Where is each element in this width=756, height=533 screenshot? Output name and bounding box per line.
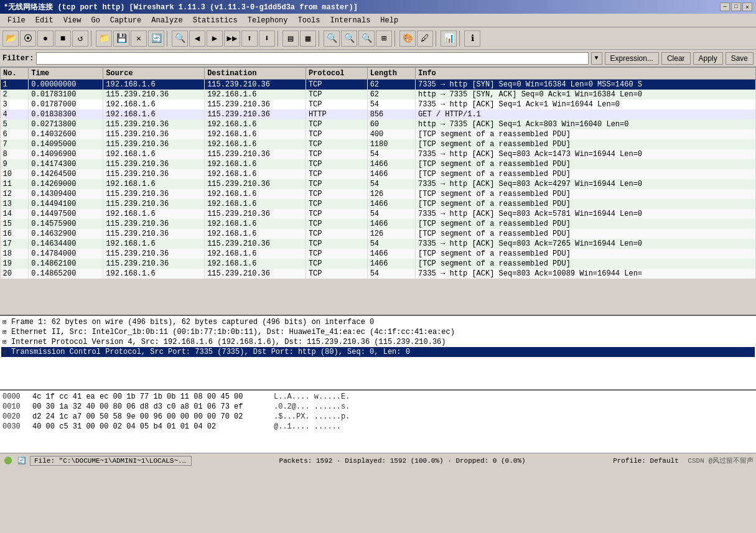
save-btn[interactable]: 💾 [113, 30, 129, 47]
menu-item-internals[interactable]: Internals [325, 15, 376, 26]
hex-row: 00004c 1f cc 41 ea ec 00 1b 77 1b 0b 11 … [2, 392, 754, 402]
detail-row[interactable]: ⊞Frame 1: 62 bytes on wire (496 bits), 6… [1, 317, 755, 327]
zoom-in-btn[interactable]: 🔍 [324, 30, 340, 47]
table-row[interactable]: 130.14494100115.239.210.36192.168.1.6TCP… [1, 199, 756, 209]
table-cell: 192.168.1.6 [103, 179, 205, 189]
table-row[interactable]: 180.14784000115.239.210.36192.168.1.6TCP… [1, 249, 756, 259]
table-cell: 192.168.1.6 [205, 259, 306, 269]
info-btn[interactable]: ℹ [464, 30, 480, 47]
next-btn[interactable]: ▶ [207, 30, 223, 47]
apply-button[interactable]: Apply [693, 52, 723, 65]
table-row[interactable]: 80.14096900192.168.1.6115.239.210.36TCP5… [1, 149, 756, 159]
table-cell: 0.01838300 [29, 109, 103, 119]
close-button[interactable]: ✕ [742, 2, 752, 11]
detail-row[interactable]: ⊞Ethernet II, Src: IntelCor_1b:0b:11 (00… [1, 327, 755, 337]
expression-button[interactable]: Expression... [605, 52, 659, 65]
menu-item-capture[interactable]: Capture [105, 15, 146, 26]
table-row[interactable]: 90.14174300115.239.210.36192.168.1.6TCP1… [1, 159, 756, 169]
first-pkt-btn[interactable]: ⬆ [241, 30, 258, 47]
table-cell: 20 [1, 269, 29, 279]
save-button[interactable]: Save [726, 52, 754, 65]
table-cell: 54 [367, 149, 415, 159]
table-cell: 0.14096900 [29, 149, 103, 159]
maximize-button[interactable]: □ [731, 2, 741, 11]
table-row[interactable]: 170.14634400192.168.1.6115.239.210.36TCP… [1, 239, 756, 249]
table-cell: 115.239.210.36 [205, 100, 306, 109]
table-cell: 1180 [367, 139, 415, 149]
table-cell: 192.168.1.6 [205, 159, 306, 169]
prev-btn[interactable]: ◀ [189, 30, 205, 47]
menu-item-statistics[interactable]: Statistics [188, 15, 243, 26]
minimize-button[interactable]: ─ [720, 2, 730, 11]
table-row[interactable]: 70.14095000115.239.210.36192.168.1.6TCP1… [1, 139, 756, 149]
list-pane-btn[interactable]: ▤ [282, 30, 299, 47]
capture-start-btn[interactable]: ● [37, 30, 54, 47]
graph-btn[interactable]: 📊 [441, 30, 457, 47]
zoom-out-btn[interactable]: 🔍 [341, 30, 357, 47]
packet-list-container[interactable]: No. Time Source Destination Protocol Len… [0, 67, 756, 316]
table-row[interactable]: 40.01838300192.168.1.6115.239.210.36HTTP… [1, 109, 756, 119]
table-row[interactable]: 10.00000000192.168.1.6115.239.210.36TCP6… [1, 80, 756, 90]
table-cell: 7 [1, 139, 29, 149]
open-btn[interactable]: 📁 [96, 30, 112, 47]
filter-input[interactable] [36, 52, 588, 65]
zoom-fit-btn[interactable]: 🔍 [358, 30, 375, 47]
hex-bytes: 40 00 c5 31 00 00 02 04 05 b4 01 01 04 0… [32, 422, 269, 431]
table-cell: [TCP segment of a reassembled PDU] [416, 199, 756, 209]
colorize-btn[interactable]: 🎨 [399, 30, 416, 47]
table-row[interactable]: 150.14575900115.239.210.36192.168.1.6TCP… [1, 219, 756, 229]
close-capture-btn[interactable]: ✕ [131, 30, 147, 47]
table-row[interactable]: 140.14497500192.168.1.6115.239.210.36TCP… [1, 209, 756, 219]
table-row[interactable]: 30.01787000192.168.1.6115.239.210.36TCP5… [1, 100, 756, 109]
capture-interfaces-btn[interactable]: ⦿ [20, 30, 36, 47]
reload-btn[interactable]: 🔄 [148, 30, 164, 47]
menu-item-help[interactable]: Help [375, 15, 403, 26]
table-row[interactable]: 190.14862100115.239.210.36192.168.1.6TCP… [1, 259, 756, 269]
filter-dropdown-button[interactable]: ▼ [591, 52, 602, 65]
table-cell: 13 [1, 199, 29, 209]
goto-btn[interactable]: ▶▶ [224, 30, 240, 47]
edit-color-btn[interactable]: 🖊 [417, 30, 433, 47]
table-row[interactable]: 200.14865200192.168.1.6115.239.210.36TCP… [1, 269, 756, 279]
menu-item-telephony[interactable]: Telephony [243, 15, 293, 26]
menu-item-view[interactable]: View [58, 15, 86, 26]
detail-expand-icon: ⊞ [2, 328, 11, 336]
zoom-toggle-btn[interactable]: ⊞ [376, 30, 392, 47]
table-cell: 7335 → http [ACK] Seq=1 Ack=1 Win=16944 … [416, 100, 756, 109]
table-row[interactable]: 20.01783100115.239.210.36192.168.1.6TCP6… [1, 90, 756, 100]
status-icon-1: 🟢 [2, 455, 14, 466]
hex-dump[interactable]: 00004c 1f cc 41 ea ec 00 1b 77 1b 0b 11 … [0, 391, 756, 453]
detail-row[interactable]: ⊞Transmission Control Protocol, Src Port… [1, 347, 755, 357]
table-cell: 7335 → http [ACK] Seq=803 Ack=10089 Win=… [416, 269, 756, 279]
menu-item-file[interactable]: File [2, 15, 30, 26]
table-cell: 1466 [367, 259, 415, 269]
menu-item-edit[interactable]: Edit [30, 15, 58, 26]
detail-pane-btn[interactable]: ▦ [300, 30, 316, 47]
detail-text: Internet Protocol Version 4, Src: 192.16… [11, 338, 754, 346]
table-cell: 0.14494100 [29, 199, 103, 209]
table-cell: 115.239.210.36 [103, 159, 205, 169]
table-row[interactable]: 160.14632900115.239.210.36192.168.1.6TCP… [1, 229, 756, 239]
last-pkt-btn[interactable]: ⬇ [259, 30, 275, 47]
table-cell: 192.168.1.6 [103, 269, 205, 279]
packet-details[interactable]: ⊞Frame 1: 62 bytes on wire (496 bits), 6… [0, 316, 756, 391]
capture-restart-btn[interactable]: ↺ [72, 30, 88, 47]
menu-item-tools[interactable]: Tools [293, 15, 325, 26]
table-row[interactable]: 120.14309400115.239.210.36192.168.1.6TCP… [1, 189, 756, 199]
menu-item-go[interactable]: Go [86, 15, 105, 26]
capture-stop-btn[interactable]: ■ [55, 30, 71, 47]
open-file-btn[interactable]: 📂 [2, 30, 19, 47]
table-row[interactable]: 50.02713800115.239.210.36192.168.1.6TCP6… [1, 119, 756, 129]
hex-ascii: @..1.... ...... [274, 422, 341, 431]
detail-row[interactable]: ⊞Internet Protocol Version 4, Src: 192.1… [1, 337, 755, 347]
table-row[interactable]: 110.14269000192.168.1.6115.239.210.36TCP… [1, 179, 756, 189]
table-cell: 115.239.210.36 [103, 119, 205, 129]
toolbar-separator [319, 30, 321, 47]
table-row[interactable]: 100.14264500115.239.210.36192.168.1.6TCP… [1, 169, 756, 179]
table-row[interactable]: 60.14032600115.239.210.36192.168.1.6TCP4… [1, 129, 756, 139]
table-cell: 1466 [367, 169, 415, 179]
menu-item-analyze[interactable]: Analyze [146, 15, 187, 26]
find-btn[interactable]: 🔍 [172, 30, 188, 47]
table-cell: 0.14634400 [29, 239, 103, 249]
clear-button[interactable]: Clear [661, 52, 691, 65]
